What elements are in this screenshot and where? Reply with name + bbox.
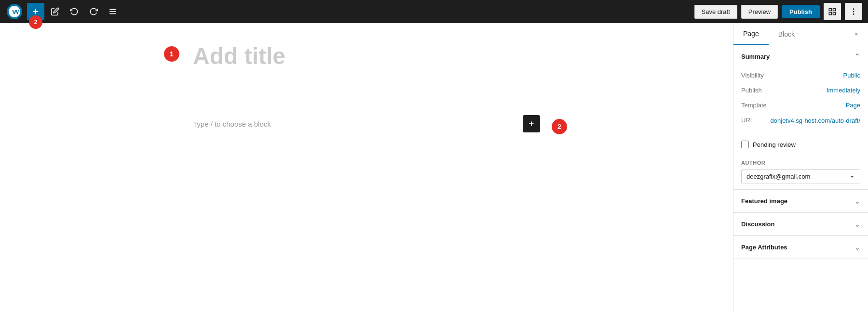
title-input[interactable]	[193, 42, 540, 98]
tools-button[interactable]	[104, 3, 122, 20]
toolbar-right: Save draft Preview Publish	[694, 3, 862, 20]
discussion-title: Discussion	[741, 221, 774, 228]
svg-rect-9	[829, 13, 831, 15]
template-value[interactable]: Page	[846, 102, 860, 109]
editor-content: 1 Type / to choose a block 2	[193, 42, 540, 132]
url-label: URL	[741, 117, 754, 124]
pending-review-checkbox[interactable]	[741, 141, 749, 148]
toolbar: 2 Save draft Preview	[0, 0, 868, 23]
options-button[interactable]	[845, 3, 862, 20]
visibility-row: Visibility Public	[741, 68, 860, 83]
redo-button[interactable]	[85, 3, 102, 20]
toolbar-left: 2	[6, 3, 692, 20]
summary-title: Summary	[741, 53, 770, 60]
summary-section: Summary ⌃ Visibility Public Publish Imme…	[733, 45, 868, 190]
svg-point-12	[853, 14, 854, 15]
featured-image-header[interactable]: Featured image ⌄	[733, 190, 868, 212]
page-attributes-title: Page Attributes	[741, 244, 787, 251]
author-section: AUTHOR deezgrafix@gmail.com	[733, 154, 868, 189]
tab-block[interactable]: Block	[769, 24, 804, 45]
wp-logo	[6, 3, 23, 20]
publish-row: Publish Immediately	[741, 83, 860, 98]
author-label: AUTHOR	[741, 160, 860, 166]
featured-image-toggle-icon: ⌄	[854, 196, 860, 206]
svg-rect-6	[829, 8, 831, 11]
svg-point-10	[853, 9, 854, 10]
close-sidebar-button[interactable]: ×	[849, 26, 864, 42]
step-2-badge: 2	[552, 119, 567, 134]
publish-label: Publish	[741, 87, 762, 94]
add-block-inline-button[interactable]	[523, 115, 540, 132]
page-attributes-header[interactable]: Page Attributes ⌄	[733, 236, 868, 259]
save-draft-button[interactable]: Save draft	[694, 5, 737, 19]
undo-button[interactable]	[66, 3, 83, 20]
block-placeholder[interactable]: Type / to choose a block	[193, 120, 517, 128]
template-label: Template	[741, 102, 767, 109]
svg-point-11	[853, 11, 854, 12]
featured-image-title: Featured image	[741, 197, 787, 205]
step-1-badge: 1	[164, 46, 179, 62]
pending-review-label: Pending review	[753, 141, 796, 148]
url-value[interactable]: donjetv4.sg-host.com/auto-draft/	[771, 117, 860, 125]
toolbar-step-badge: 2	[29, 15, 42, 29]
summary-body: Visibility Public Publish Immediately Te…	[733, 68, 868, 137]
discussion-section: Discussion ⌄	[733, 213, 868, 236]
summary-toggle-icon: ⌃	[854, 52, 860, 61]
edit-mode-button[interactable]	[46, 3, 64, 20]
template-row: Template Page	[741, 98, 860, 113]
svg-rect-8	[833, 13, 836, 15]
page-attributes-section: Page Attributes ⌄	[733, 236, 868, 259]
sidebar-tabs: Page Block ×	[733, 23, 868, 45]
block-area: Type / to choose a block 2	[193, 115, 540, 132]
body-area: 1 Type / to choose a block 2 Page Block …	[0, 23, 868, 312]
visibility-label: Visibility	[741, 72, 764, 79]
author-select[interactable]: deezgrafix@gmail.com	[741, 169, 860, 183]
visibility-value[interactable]: Public	[843, 72, 860, 79]
tab-page[interactable]: Page	[733, 23, 769, 45]
preview-button[interactable]: Preview	[741, 5, 778, 19]
sidebar: Page Block × Summary ⌃ Visibility Public…	[733, 23, 868, 312]
svg-rect-7	[833, 8, 836, 11]
settings-button[interactable]	[824, 3, 841, 20]
discussion-toggle-icon: ⌄	[854, 220, 860, 229]
publish-button[interactable]: Publish	[782, 5, 820, 18]
page-attributes-toggle-icon: ⌄	[854, 243, 860, 252]
pending-review-row: Pending review	[733, 137, 868, 154]
discussion-header[interactable]: Discussion ⌄	[733, 213, 868, 235]
featured-image-section: Featured image ⌄	[733, 190, 868, 213]
summary-section-header[interactable]: Summary ⌃	[733, 45, 868, 68]
url-row: URL donjetv4.sg-host.com/auto-draft/	[741, 113, 860, 129]
editor-area: 1 Type / to choose a block 2	[0, 23, 733, 312]
publish-value[interactable]: Immediately	[827, 87, 860, 94]
